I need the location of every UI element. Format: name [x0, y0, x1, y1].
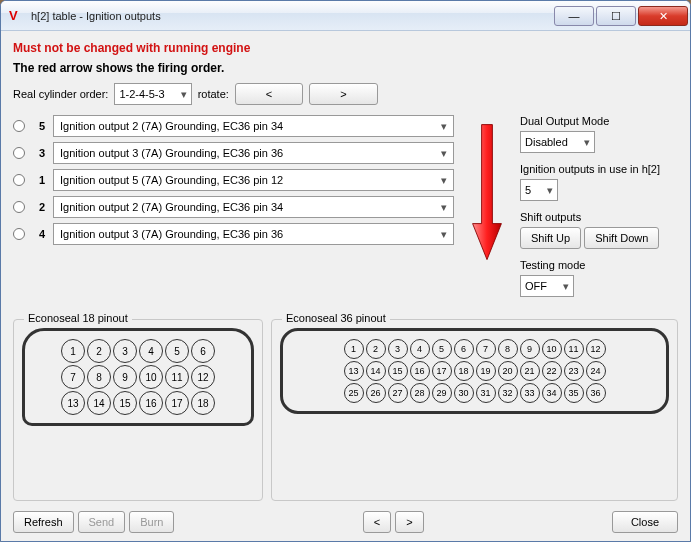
titlebar: V h[2] table - Ignition outputs — ☐ ✕ [1, 1, 690, 31]
pin: 14 [87, 391, 111, 415]
pin: 13 [61, 391, 85, 415]
cylinder-order-label: Real cylinder order: [13, 88, 108, 100]
pin: 1 [61, 339, 85, 363]
pin: 32 [498, 383, 518, 403]
pin: 6 [191, 339, 215, 363]
rotate-label: rotate: [198, 88, 229, 100]
window-title: h[2] table - Ignition outputs [31, 10, 552, 22]
pin: 2 [366, 339, 386, 359]
outputs-column: 5 Ignition output 2 (7A) Grounding, EC36… [13, 115, 454, 307]
burn-button[interactable]: Burn [129, 511, 174, 533]
next-button[interactable]: > [395, 511, 423, 533]
output-radio[interactable] [13, 120, 25, 132]
output-select[interactable]: Ignition output 3 (7A) Grounding, EC36 p… [53, 223, 454, 245]
dual-output-value: Disabled [525, 136, 568, 148]
output-row: 2 Ignition output 2 (7A) Grounding, EC36… [13, 196, 454, 218]
pin: 14 [366, 361, 386, 381]
pin: 4 [139, 339, 163, 363]
output-select[interactable]: Ignition output 3 (7A) Grounding, EC36 p… [53, 142, 454, 164]
output-select[interactable]: Ignition output 2 (7A) Grounding, EC36 p… [53, 196, 454, 218]
pin: 29 [432, 383, 452, 403]
pin: 22 [542, 361, 562, 381]
firing-order-arrow-column [462, 115, 512, 307]
pin: 18 [454, 361, 474, 381]
pin: 2 [87, 339, 111, 363]
output-select[interactable]: Ignition output 2 (7A) Grounding, EC36 p… [53, 115, 454, 137]
output-row: 5 Ignition output 2 (7A) Grounding, EC36… [13, 115, 454, 137]
maximize-button[interactable]: ☐ [596, 6, 636, 26]
refresh-button[interactable]: Refresh [13, 511, 74, 533]
output-select[interactable]: Ignition output 5 (7A) Grounding, EC36 p… [53, 169, 454, 191]
minimize-button[interactable]: — [554, 6, 594, 26]
output-row: 3 Ignition output 3 (7A) Grounding, EC36… [13, 142, 454, 164]
pin: 17 [165, 391, 189, 415]
pin: 9 [520, 339, 540, 359]
window: V h[2] table - Ignition outputs — ☐ ✕ Mu… [0, 0, 691, 542]
chevron-down-icon: ▾ [441, 174, 447, 187]
close-button[interactable]: ✕ [638, 6, 688, 26]
dual-output-label: Dual Output Mode [520, 115, 678, 127]
pin: 26 [366, 383, 386, 403]
pin: 7 [476, 339, 496, 359]
rotate-right-button[interactable]: > [309, 83, 377, 105]
inuse-select[interactable]: 5▾ [520, 179, 558, 201]
pin: 33 [520, 383, 540, 403]
cylinder-order-select[interactable]: 1-2-4-5-3 ▾ [114, 83, 191, 105]
warning-text: Must not be changed with running engine [13, 41, 678, 55]
pin: 10 [542, 339, 562, 359]
output-radio[interactable] [13, 174, 25, 186]
pin: 12 [191, 365, 215, 389]
pin: 34 [542, 383, 562, 403]
pin: 31 [476, 383, 496, 403]
connector-36: 1234567891011121314151617181920212223242… [280, 328, 669, 414]
pin: 16 [139, 391, 163, 415]
pin: 7 [61, 365, 85, 389]
prev-button[interactable]: < [363, 511, 391, 533]
pin: 30 [454, 383, 474, 403]
chevron-down-icon: ▾ [441, 147, 447, 160]
output-number: 1 [33, 174, 45, 186]
pin: 3 [113, 339, 137, 363]
subhead-text: The red arrow shows the firing order. [13, 61, 678, 75]
output-select-value: Ignition output 3 (7A) Grounding, EC36 p… [60, 228, 283, 240]
output-radio[interactable] [13, 201, 25, 213]
send-button[interactable]: Send [78, 511, 126, 533]
econoseal-18-fieldset: Econoseal 18 pinout 12345678910111213141… [13, 319, 263, 501]
shift-outputs-label: Shift outputs [520, 211, 678, 223]
output-radio[interactable] [13, 147, 25, 159]
close-footer-button[interactable]: Close [612, 511, 678, 533]
arrow-down-icon [469, 121, 505, 265]
pin: 8 [498, 339, 518, 359]
output-select-value: Ignition output 2 (7A) Grounding, EC36 p… [60, 120, 283, 132]
econoseal-36-fieldset: Econoseal 36 pinout 12345678910111213141… [271, 319, 678, 501]
pin: 9 [113, 365, 137, 389]
dual-output-select[interactable]: Disabled▾ [520, 131, 595, 153]
pin: 15 [388, 361, 408, 381]
shift-up-button[interactable]: Shift Up [520, 227, 581, 249]
pin: 5 [432, 339, 452, 359]
pin: 16 [410, 361, 430, 381]
output-number: 3 [33, 147, 45, 159]
output-select-value: Ignition output 5 (7A) Grounding, EC36 p… [60, 174, 283, 186]
pin: 4 [410, 339, 430, 359]
testing-mode-select[interactable]: OFF▾ [520, 275, 574, 297]
chevron-down-icon: ▾ [547, 184, 553, 197]
pin: 6 [454, 339, 474, 359]
output-radio[interactable] [13, 228, 25, 240]
rotate-left-button[interactable]: < [235, 83, 303, 105]
pinouts-row: Econoseal 18 pinout 12345678910111213141… [13, 319, 678, 501]
testing-mode-label: Testing mode [520, 259, 678, 271]
output-number: 2 [33, 201, 45, 213]
chevron-down-icon: ▾ [441, 201, 447, 214]
pin: 1 [344, 339, 364, 359]
app-icon: V [9, 8, 25, 24]
chevron-down-icon: ▾ [563, 280, 569, 293]
testing-mode-value: OFF [525, 280, 547, 292]
chevron-down-icon: ▾ [441, 228, 447, 241]
inuse-value: 5 [525, 184, 531, 196]
pin: 27 [388, 383, 408, 403]
chevron-down-icon: ▾ [181, 88, 187, 101]
shift-down-button[interactable]: Shift Down [584, 227, 659, 249]
pin: 8 [87, 365, 111, 389]
cylinder-order-value: 1-2-4-5-3 [119, 88, 164, 100]
